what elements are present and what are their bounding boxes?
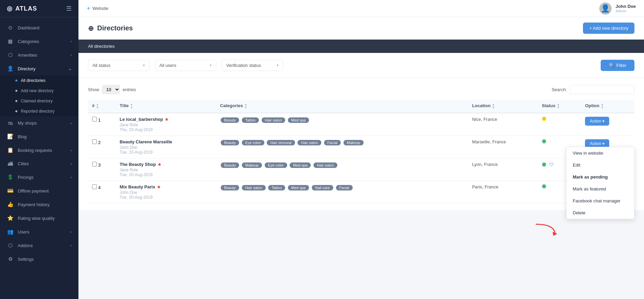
entries-label: entries	[123, 87, 136, 92]
status-filter-label: All status	[92, 63, 111, 68]
row-num: 3	[88, 158, 116, 181]
category-tag: Hair salon	[297, 140, 321, 145]
listing-title: The Beauty Shop ★	[120, 162, 212, 167]
topbar-website-link[interactable]: ✈ Website	[87, 6, 108, 11]
website-label: Website	[92, 6, 108, 11]
dropdown-item-mark-pending[interactable]: Mark as pending	[567, 171, 634, 183]
dropdown-item-delete[interactable]: Delete	[567, 207, 634, 219]
row-categories: Beauty Tattoo Hair salon Med spa	[216, 113, 468, 136]
col-num: #▲▼	[88, 100, 116, 113]
logo-text: ATLAS	[15, 5, 37, 12]
booking-icon: 📋	[7, 147, 14, 153]
category-tag: Hair salon	[262, 117, 286, 123]
filter-button-label: Filter	[616, 63, 626, 68]
table-wrapper: #▲▼ Title▲▼ Categories▲▼ Location▲▼ Stat…	[88, 100, 634, 203]
table-controls: Show 10 25 50 entries Search:	[88, 85, 634, 94]
row-location: Paris, France	[468, 181, 538, 203]
verification-filter[interactable]: Verification status ▾	[222, 60, 283, 71]
sub-item-label: Reported directory	[21, 109, 55, 114]
directory-submenu: All directories Add new directory Claime…	[0, 75, 78, 116]
listing-title: Beauty Clarene Marseille	[120, 139, 212, 144]
filter-button[interactable]: 🔍 Filter	[601, 60, 634, 71]
hamburger-button[interactable]: ☰	[66, 5, 72, 12]
row-number: 1	[98, 117, 101, 123]
row-checkbox[interactable]	[92, 139, 97, 144]
row-title-cell: Beauty Clarene Marseille John Doe Tue, 2…	[116, 136, 216, 158]
send-icon: ✈	[87, 6, 90, 11]
chevron-right-icon: ›	[70, 175, 72, 179]
sidebar-item-cities[interactable]: 🏙 Cities ›	[0, 157, 78, 170]
sidebar-item-payment-history[interactable]: 👍 Payment history	[0, 198, 78, 211]
col-title: Title▲▼	[116, 100, 216, 113]
sidebar-item-add-new-directory[interactable]: Add new directory	[0, 86, 78, 96]
sidebar-item-booking-requests[interactable]: 📋 Booking requests ›	[0, 143, 78, 157]
chevron-right-icon: ›	[70, 148, 72, 152]
dropdown-item-view-website[interactable]: View in website	[567, 147, 634, 159]
avatar-image: 👤	[601, 4, 610, 13]
row-option: Action ▾	[581, 113, 634, 136]
sidebar-item-dashboard[interactable]: ⊙ Dashboard	[0, 21, 78, 34]
sidebar-item-users[interactable]: 👥 Users ›	[0, 225, 78, 239]
sidebar-item-categories[interactable]: ▦ Categories ›	[0, 34, 78, 48]
sidebar-item-label: Settings	[18, 257, 34, 262]
row-number: 2	[98, 140, 101, 145]
dropdown-item-mark-featured[interactable]: Mark as featured	[567, 183, 634, 195]
category-tag: Med spa	[288, 117, 309, 123]
table-row: 2 Beauty Clarene Marseille John Doe Tue,…	[88, 136, 634, 158]
search-icon: 🔍	[609, 63, 614, 68]
row-location: Nice, France	[468, 113, 538, 136]
sidebar-item-blog[interactable]: 📝 Blog	[0, 130, 78, 143]
location-text: Lyon, France	[472, 162, 498, 167]
category-tag: Med spa	[288, 185, 309, 190]
sidebar-item-amenities[interactable]: ⬡ Amenities ›	[0, 48, 78, 62]
sidebar-item-addons[interactable]: ⬡ Addons ›	[0, 239, 78, 252]
dropdown-item-facebook-chat[interactable]: Facebook chat manager	[567, 195, 634, 207]
category-tag: Hair salon	[242, 185, 266, 190]
red-arrow-annotation	[533, 221, 560, 239]
tabs-bar: All directories	[78, 40, 644, 53]
avatar: 👤	[599, 2, 612, 15]
users-filter[interactable]: All users ▾	[155, 60, 216, 71]
row-checkbox[interactable]	[92, 184, 97, 189]
entries-select[interactable]: 10 25 50	[102, 85, 120, 94]
filters-area: All status ▾ All users ▾ Verification st…	[78, 53, 644, 78]
sidebar-item-reported-directory[interactable]: Reported directory	[0, 106, 78, 116]
sidebar-item-all-directories[interactable]: All directories	[0, 75, 78, 86]
show-label: Show	[88, 87, 99, 92]
sidebar-item-rating-quality[interactable]: ⭐ Rating wise quality	[0, 211, 78, 225]
sidebar-item-claimed-directory[interactable]: Claimed directory	[0, 96, 78, 106]
category-tag: Facial	[336, 185, 353, 190]
row-checkbox[interactable]	[92, 162, 97, 167]
category-tag: Beauty	[221, 162, 239, 168]
col-option: Option▲▼	[581, 100, 634, 113]
col-categories: Categories▲▼	[216, 100, 468, 113]
sidebar-item-offline-payment[interactable]: 💳 Offline payment	[0, 184, 78, 198]
add-new-directory-button[interactable]: + Add new directory	[583, 23, 634, 34]
sub-item-label: Add new directory	[21, 88, 54, 93]
category-tag: Beauty	[221, 185, 239, 190]
listing-date: Tue, 20-Aug-2019	[120, 150, 212, 155]
sidebar-item-settings[interactable]: ⚙ Settings	[0, 252, 78, 266]
row-checkbox[interactable]	[92, 117, 97, 122]
sidebar-logo: ◎ ATLAS	[7, 5, 37, 12]
dropdown-item-edit[interactable]: Edit	[567, 159, 634, 171]
sidebar-item-directory[interactable]: 👤 Directory ⌄	[0, 62, 78, 75]
verification-filter-label: Verification status	[226, 63, 261, 68]
chevron-right-icon: ›	[70, 39, 72, 43]
tab-all-directories[interactable]: All directories	[88, 40, 115, 53]
search-input[interactable]	[570, 85, 634, 94]
listing-author: John Doe	[120, 145, 212, 150]
dot-icon	[15, 80, 17, 82]
directories-table: #▲▼ Title▲▼ Categories▲▼ Location▲▼ Stat…	[88, 100, 634, 203]
payment-history-icon: 👍	[7, 201, 14, 208]
sidebar-item-label: Addons	[18, 243, 33, 248]
category-tag: Hair salon	[313, 162, 337, 168]
row-categories: Beauty Makeup Eye color Med spa Hair sal…	[216, 158, 468, 181]
row-location: Lyon, France	[468, 158, 538, 181]
action-button[interactable]: Action ▾	[585, 117, 609, 126]
sidebar-item-my-shops[interactable]: 🛍 My shops ›	[0, 116, 78, 130]
status-filter[interactable]: All status ▾	[88, 60, 149, 71]
table-row: 4 Mix Beauty Paris ★ John Doe Tue, 20-Au…	[88, 181, 634, 203]
sidebar-item-pricings[interactable]: 💲 Pricings ›	[0, 170, 78, 184]
page-title-text: Directories	[97, 24, 133, 32]
